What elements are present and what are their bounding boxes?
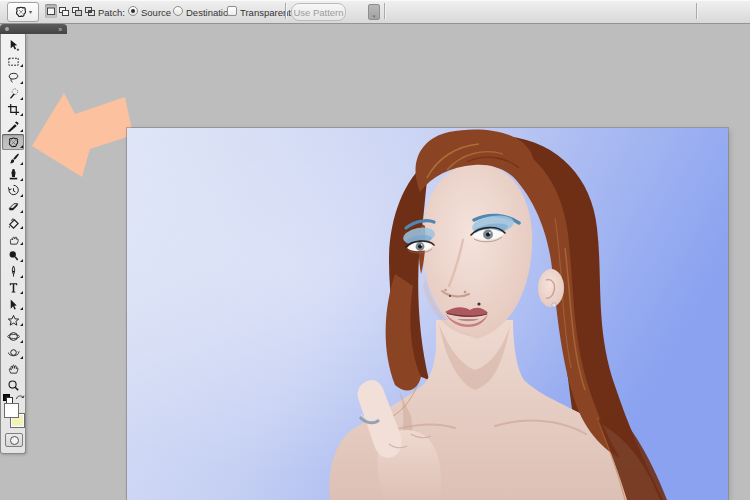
flyout-indicator-icon [20,259,23,262]
tool-brush[interactable] [2,150,24,166]
smudge-icon [7,233,20,246]
flyout-indicator-icon [20,307,23,310]
flyout-indicator-icon [20,210,23,213]
custom-shape-icon [7,314,20,327]
marquee-icon [7,55,20,68]
tool-marquee[interactable] [2,53,24,69]
subtract-from-selection-icon [71,5,83,17]
beauty-mark [477,302,480,305]
3d-rotate-icon [7,330,20,343]
transparent-checkbox[interactable] [227,6,237,16]
collapse-chevrons-icon[interactable]: ›› [58,26,61,33]
quick-mask-button[interactable] [5,433,23,447]
flyout-indicator-icon [20,275,23,278]
quick-mask-icon [10,436,19,445]
selection-mode-group [45,4,96,18]
separator [384,3,385,19]
subtract-from-selection-mode-button[interactable] [71,4,83,18]
tool-crop[interactable] [2,102,24,118]
toolbar-titlebar[interactable]: ›› [0,24,67,34]
brush-icon [7,152,20,165]
flyout-indicator-icon [20,323,23,326]
toolbar-panel [0,34,26,454]
document-canvas[interactable] [127,128,728,500]
flyout-indicator-icon [20,162,23,165]
tool-list [1,34,25,393]
tool-3d-orbit[interactable] [2,345,24,361]
source-radio[interactable] [128,6,138,16]
tool-type[interactable] [2,280,24,296]
flyout-indicator-icon [20,340,23,343]
flyout-indicator-icon [20,81,23,84]
quick-selection-icon [7,87,20,100]
earring [552,303,556,307]
new-selection-icon [45,5,57,17]
tool-lasso[interactable] [2,69,24,85]
tool-smudge[interactable] [2,231,24,247]
tool-history-brush[interactable] [2,183,24,199]
crop-icon [7,103,20,116]
tool-zoom[interactable] [2,377,24,393]
new-selection-mode-button[interactable] [45,4,57,18]
preset-caret-icon: ▾ [29,9,32,15]
source-label: Source [141,7,171,18]
use-pattern-button[interactable]: Use Pattern [291,3,346,21]
tool-eyedropper[interactable] [2,118,24,134]
tool-move[interactable] [2,37,24,53]
flyout-indicator-icon [20,145,23,148]
eyedropper-icon [7,120,20,133]
flyout-indicator-icon [20,178,23,181]
separator [285,3,286,19]
default-colors-icon[interactable] [3,394,13,403]
swap-colors-icon[interactable] [15,393,25,402]
tool-3d-rotate[interactable] [2,328,24,344]
zoom-icon [7,379,20,392]
flyout-indicator-icon [20,226,23,229]
swatch-area [1,394,27,450]
pattern-picker-dropdown[interactable]: ▾ [368,4,380,20]
path-selection-icon [7,298,20,311]
tool-preset-picker[interactable]: ▾ [7,2,39,22]
add-to-selection-mode-button[interactable] [58,4,70,18]
intersect-selection-mode-button[interactable] [84,4,96,18]
annotation-arrow [25,85,140,185]
dodge-icon [7,249,20,262]
intersect-selection-icon [84,5,96,17]
tool-quick-selection[interactable] [2,86,24,102]
tool-dodge[interactable] [2,247,24,263]
tool-clone-stamp[interactable] [2,167,24,183]
tool-hand[interactable] [2,361,24,377]
portrait-photo [127,128,728,500]
options-bar: ▾ Patch: Source Destination Transparent … [0,0,750,24]
flyout-indicator-icon [20,291,23,294]
clone-stamp-icon [7,168,20,181]
patch-icon [7,136,20,149]
tool-custom-shape[interactable] [2,312,24,328]
tool-patch[interactable] [2,134,24,150]
hand-icon [7,362,20,375]
tool-path-selection[interactable] [2,296,24,312]
pen-icon [7,265,20,278]
flyout-indicator-icon [20,194,23,197]
tool-pen[interactable] [2,264,24,280]
flyout-indicator-icon [20,113,23,116]
flyout-indicator-icon [20,129,23,132]
lasso-icon [7,71,20,84]
foreground-color-swatch[interactable] [4,403,19,418]
destination-radio[interactable] [173,6,183,16]
flyout-indicator-icon [20,242,23,245]
tool-eraser[interactable] [2,199,24,215]
panel-close-icon[interactable] [5,27,9,31]
tool-paint-bucket[interactable] [2,215,24,231]
flyout-indicator-icon [20,97,23,100]
history-brush-icon [7,184,20,197]
flyout-indicator-icon [20,64,23,67]
paint-bucket-icon [7,217,20,230]
patch-icon [14,5,28,19]
type-icon [7,281,20,294]
flyout-indicator-icon [20,356,23,359]
3d-orbit-icon [7,346,20,359]
add-to-selection-icon [58,5,70,17]
separator [696,3,697,19]
transparent-label: Transparent [240,7,291,18]
